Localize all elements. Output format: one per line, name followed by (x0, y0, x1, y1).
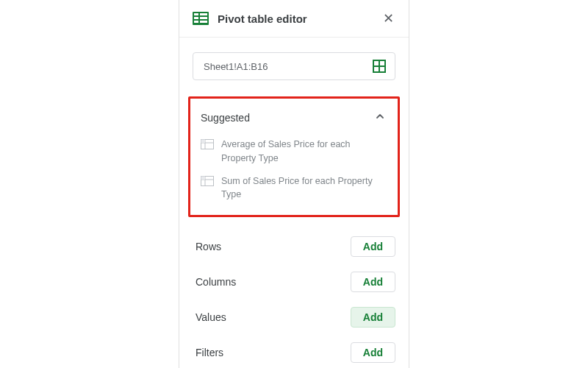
suggested-label: Suggested (201, 112, 373, 124)
data-range-input[interactable] (202, 60, 371, 73)
values-label: Values (196, 311, 351, 323)
rows-label: Rows (196, 241, 351, 252)
filters-section: Filters Add (179, 335, 409, 368)
suggested-item[interactable]: Sum of Sales Price for each Property Typ… (196, 170, 392, 207)
suggested-item-text: Average of Sales Price for each Property… (221, 138, 387, 166)
svg-rect-4 (198, 13, 200, 24)
values-section: Values Add (179, 300, 409, 335)
add-rows-button[interactable]: Add (351, 236, 395, 257)
pivot-suggestion-icon (201, 176, 214, 188)
columns-label: Columns (196, 276, 351, 288)
svg-rect-3 (194, 21, 207, 23)
rows-section: Rows Add (179, 229, 409, 264)
columns-section: Columns Add (179, 264, 409, 300)
pivot-suggestion-icon (201, 139, 214, 152)
data-range-input-wrap (193, 52, 395, 80)
panel-title: Pivot table editor (218, 13, 380, 25)
pivot-table-icon (193, 12, 209, 25)
pivot-table-editor-panel: Pivot table editor ✕ Suggested (179, 0, 409, 368)
svg-rect-2 (194, 17, 207, 19)
chevron-up-icon[interactable] (373, 109, 387, 126)
add-values-button[interactable]: Add (351, 307, 395, 328)
suggested-item-text: Sum of Sales Price for each Property Typ… (221, 174, 387, 202)
svg-rect-15 (201, 176, 206, 180)
panel-header: Pivot table editor ✕ (179, 0, 409, 38)
suggested-item[interactable]: Average of Sales Price for each Property… (196, 133, 392, 170)
suggested-header[interactable]: Suggested (196, 109, 392, 133)
data-range-row (179, 38, 409, 89)
add-columns-button[interactable]: Add (351, 272, 395, 292)
close-icon[interactable]: ✕ (380, 9, 397, 28)
svg-rect-1 (194, 13, 207, 15)
add-filters-button[interactable]: Add (351, 342, 395, 363)
filters-label: Filters (196, 347, 351, 358)
svg-rect-11 (201, 140, 206, 144)
select-range-icon[interactable] (371, 58, 387, 74)
suggested-section: Suggested Average of Sales Price for eac… (188, 96, 400, 217)
